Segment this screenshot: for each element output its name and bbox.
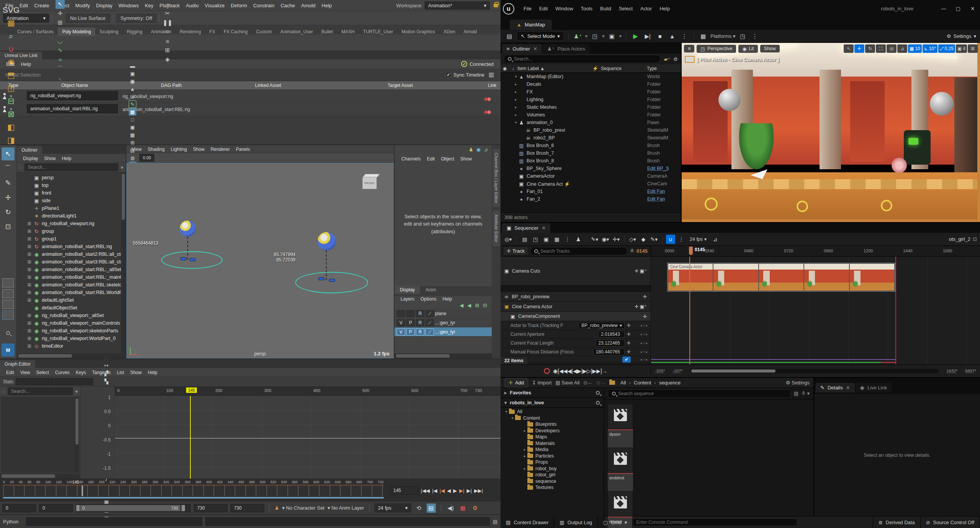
place-actors-tab[interactable]: ♟⁺Place Actors	[543, 44, 590, 54]
expand-icon[interactable]: ⊞	[27, 252, 32, 257]
animation-end-field[interactable]: 730	[231, 504, 264, 512]
outliner-menu-item[interactable]: Show	[41, 155, 59, 162]
outliner-item[interactable]: ▣ top	[17, 181, 126, 189]
add-key-icon[interactable]: ✛	[627, 340, 631, 346]
graph-time-ruler[interactable]: 0100200300400500600700730 145	[115, 387, 501, 396]
actor-row[interactable]: ▸ Volumes Folder	[501, 111, 681, 119]
actor-row[interactable]: ▣ CameraActor CameraA	[501, 172, 681, 180]
toolbar-icon[interactable]: ◡	[56, 36, 65, 46]
record-button[interactable]	[544, 368, 550, 374]
save-all-button[interactable]: ▤ Save All	[555, 380, 579, 386]
folder-row[interactable]: ▸Particles	[501, 453, 604, 459]
world-space-toggle[interactable]: ◎	[887, 44, 897, 53]
save-icon[interactable]: ▤	[504, 32, 514, 41]
expand-icon[interactable]	[27, 306, 32, 311]
expand-icon[interactable]: ⊞	[27, 290, 32, 295]
outliner-item[interactable]: ◉ defaultObjectSet	[17, 304, 126, 312]
actor-row[interactable]: ▾ ▲ MainMap (Editor) World	[501, 73, 681, 80]
derived-data-button[interactable]: ≣Derived Data	[873, 517, 921, 528]
settings-dropdown[interactable]: ⚙Settings▾	[947, 33, 976, 39]
close-button[interactable]: ✕	[965, 3, 980, 14]
layer-visibility-toggle[interactable]	[397, 310, 405, 317]
perspective-dropdown[interactable]: ◳Perspective	[697, 45, 736, 53]
graph-menu-item[interactable]: Select	[33, 369, 52, 376]
viewport-toolbar-icon[interactable]: □	[129, 116, 136, 123]
actor-type-text[interactable]: Brush	[647, 150, 681, 156]
transport-button[interactable]: →	[602, 368, 607, 374]
expand-icon[interactable]: ⊞	[27, 237, 32, 242]
expand-arrow-icon[interactable]: ▸	[514, 98, 518, 101]
current-time-marker[interactable]: 145	[82, 485, 83, 496]
outliner-item[interactable]: ⊞ ◉ animation_roboBall_start2:RBL:all_ct…	[17, 250, 126, 258]
outliner-search-input[interactable]: Search...	[504, 55, 661, 63]
graph-search-input[interactable]: Search...	[8, 387, 73, 395]
favorites-section[interactable]: ▸Favorites	[501, 388, 604, 398]
maya-menu-item[interactable]: Windows	[115, 2, 142, 9]
expand-icon[interactable]	[27, 191, 32, 196]
cmd-dropdown[interactable]: ▢Cmd▾	[598, 517, 633, 528]
shelf-tab[interactable]: Bullet	[317, 28, 337, 36]
zoom-tool[interactable]	[2, 327, 15, 340]
actor-row[interactable]: ● BP_Sky_Sphere Edit BP_S	[501, 165, 681, 172]
shelf-tab[interactable]: Arnold	[460, 28, 481, 36]
loop-icon[interactable]: ⟲	[414, 503, 424, 513]
save-search-icon[interactable]: ▤	[794, 391, 798, 396]
keyframe-options-icon[interactable]: ◇▾	[628, 235, 637, 244]
display-layer-row[interactable]: R ⟋ plane	[394, 309, 492, 318]
viewport-toolbar-icon[interactable]: ◍	[129, 154, 136, 162]
maya-menu-item[interactable]: Modify	[72, 2, 93, 9]
range-slider[interactable]: 0730	[76, 504, 191, 512]
property-track-row[interactable]: Manual Focus Distance (Focus 180.440765 …	[501, 348, 651, 356]
live-link-menu-item[interactable]: Edit	[3, 60, 18, 68]
rotate-tool[interactable]: ↻	[2, 206, 15, 219]
stats-field-2[interactable]	[55, 378, 93, 385]
viewport-toolbar-icon[interactable]: ▣	[129, 70, 136, 77]
key-nav-icons[interactable]: ◂ ○ ▸	[631, 341, 648, 345]
actor-type-text[interactable]: Folder	[647, 105, 681, 110]
ue-menu-item[interactable]: Edit	[535, 4, 551, 13]
ue-menu-item[interactable]: Build	[596, 4, 615, 13]
maya-menu-item[interactable]: Arnold	[298, 2, 319, 9]
anim-layer-dropdown[interactable]: ▾ No Anim Layer	[327, 505, 364, 511]
expand-icon[interactable]	[27, 198, 32, 203]
speaker-icon[interactable]: ◀)	[446, 503, 455, 513]
graph-menu-item[interactable]: Keys	[73, 369, 89, 376]
actor-type-text[interactable]: World	[647, 74, 681, 79]
outliner-item[interactable]: ⊞ ◉ animation_roboBall_start:RBL:skeleto	[17, 281, 126, 289]
add-section-icon[interactable]: ✛	[643, 294, 647, 299]
spawnable-icon[interactable]: ♟	[574, 235, 583, 244]
actor-type-text[interactable]: SkeletalM	[647, 135, 681, 141]
add-key-icon[interactable]: ✛	[627, 323, 631, 328]
outliner-menu-item[interactable]: Help	[59, 155, 74, 162]
shelf-tab[interactable]: Sculpting	[95, 28, 123, 36]
character-set-dropdown[interactable]: ▾ No Character Set	[282, 505, 325, 511]
play-button[interactable]: ▶	[630, 32, 640, 41]
folder-row[interactable]: ▸Developers	[501, 428, 604, 434]
property-value[interactable]: 180.440765	[593, 348, 625, 355]
cinematics-icon[interactable]: ▣	[607, 32, 617, 41]
expand-icon[interactable]: ⊞	[27, 344, 32, 349]
object-name-field[interactable]: animation_roboBall_start:RBL:rig	[27, 104, 118, 113]
display-layer-row[interactable]: V P R ⟋ ...:geo_lyr	[394, 318, 492, 327]
expand-icon[interactable]: ⊞	[27, 329, 32, 333]
viewport-menu-item[interactable]: Shading	[145, 146, 168, 153]
asset-search-input[interactable]: Search sequence	[608, 389, 791, 398]
content-drawer-button[interactable]: ▤Content Drawer	[501, 517, 554, 528]
folder-row[interactable]: sequence	[501, 478, 604, 485]
render-kebab[interactable]: ⋮	[563, 235, 572, 244]
expand-icon[interactable]: ⊞	[27, 260, 32, 265]
console-command-input[interactable]: Enter Console Command	[633, 518, 797, 526]
source-control-button[interactable]: ⊘Source Control Off	[921, 517, 980, 528]
checkbox-checked[interactable]: ✔	[622, 356, 631, 363]
property-value[interactable]: BP_robo_preview▾	[579, 322, 625, 329]
viewport-menu-item[interactable]: Panels	[233, 146, 253, 153]
script-editor-icon[interactable]: ▤	[493, 519, 497, 525]
asset-tile[interactable]: dyson	[608, 404, 633, 448]
actor-row[interactable]: ▸ Static Meshes Folder	[501, 103, 681, 111]
ue-menu-item[interactable]: Select	[615, 4, 636, 13]
shelf-tab[interactable]: Animation_User	[276, 28, 317, 36]
outliner-tab[interactable]: Outliner	[17, 146, 42, 154]
shelf-tab[interactable]: FX Caching	[219, 28, 252, 36]
outliner-item[interactable]: ⊞ ◉ animation_roboBall_start:RBL:_allSet	[17, 266, 126, 273]
ue-viewport[interactable]: ≡ ◳Perspective ◉Lit Show ↖ ✛ ↻ ⛶ ◎ ⊿ ▦ 1…	[682, 43, 980, 222]
